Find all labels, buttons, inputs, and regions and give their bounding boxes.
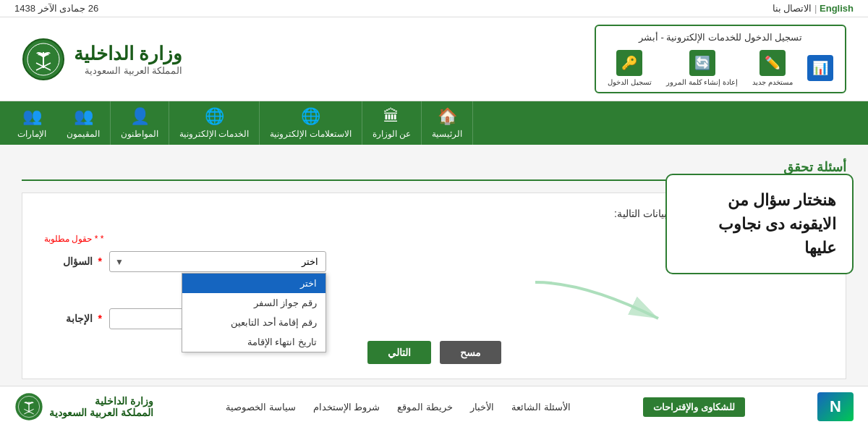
arrow-indicator: [528, 275, 673, 333]
login-title: تسجيل الدخول للخدمات الإلكترونية - أبشر: [608, 32, 833, 43]
answer-required-star: *: [98, 313, 102, 324]
nav-item-ministry[interactable]: 🏛 عن الوزارة: [362, 101, 422, 145]
dropdown-item-iqama-dependent[interactable]: رقم إقامة أحد التابعين: [182, 313, 326, 332]
logo-text: وزارة الداخلية المملكة العربية السعودية: [74, 43, 182, 76]
country-name: المملكة العربية السعودية: [74, 65, 182, 76]
footer-nav-privacy[interactable]: سياسة الخصوصية: [226, 402, 296, 413]
nav-item-services[interactable]: 🌐 الخدمات الإلكترونية: [169, 101, 260, 145]
footer-ministry: وزارة الداخلية المملكة العربية السعودية: [14, 392, 153, 421]
answer-label-text: الإجابة: [66, 313, 93, 324]
required-star: *: [101, 234, 104, 244]
ministry-name: وزارة الداخلية: [74, 43, 182, 65]
footer-complaints-text: للشكاوى والإقتراحات: [653, 402, 735, 413]
login-icon: 🔑: [616, 50, 642, 76]
footer-nav-news[interactable]: الأخبار: [470, 402, 494, 413]
ministry-emblem: [22, 38, 65, 81]
top-bar: English | الاتصال بنا 26 جمادى الآخر 143…: [0, 0, 868, 17]
dropdown-item-passport[interactable]: رقم جواز السفر: [182, 293, 326, 313]
answer-label: * الإجابة: [44, 308, 102, 324]
footer-nav: الأسئلة الشائعة الأخبار خريطة الموقع شرو…: [226, 402, 571, 413]
english-link[interactable]: English: [820, 3, 854, 14]
footer-ministry-name: وزارة الداخلية: [49, 395, 153, 407]
reset-password-icon: 🔄: [689, 50, 715, 76]
nav-label-ministry: عن الوزارة: [373, 129, 411, 139]
login-box: تسجيل الدخول للخدمات الإلكترونية - أبشر …: [595, 25, 846, 93]
login-label: تسجيل الدخول: [608, 78, 652, 86]
next-button[interactable]: التالي: [367, 341, 431, 364]
header: تسجيل الدخول للخدمات الإلكترونية - أبشر …: [0, 17, 868, 101]
question-label-text: السؤال: [63, 255, 93, 267]
new-user-label: مستخدم جديد: [752, 78, 793, 86]
ministry-icon: 🏛: [383, 107, 399, 126]
footer-logo: N: [817, 392, 854, 421]
footer-nav-sitemap[interactable]: خريطة الموقع: [397, 402, 453, 413]
new-user-item[interactable]: ✏️ مستخدم جديد: [752, 50, 793, 86]
nav-label-services: الخدمات الإلكترونية: [179, 129, 249, 139]
footer-nav-terms[interactable]: شروط الإستخدام: [313, 402, 380, 413]
question-label: * السؤال: [44, 251, 102, 267]
main-content: هنختار سؤال من الايقونه دى نجاوب عليها أ…: [0, 145, 868, 394]
top-bar-date: 26 جمادى الآخر 1438: [14, 3, 98, 14]
reset-password-label: إعادة إنشاء كلمة المرور: [666, 78, 738, 86]
footer-complaints[interactable]: للشكاوى والإقتراحات: [643, 397, 745, 417]
footer: N للشكاوى والإقتراحات الأسئلة الشائعة ال…: [0, 386, 868, 427]
nav-item-residents[interactable]: 👥 المقيمون: [56, 101, 111, 145]
home-icon: 🏠: [438, 107, 457, 126]
n-logo-icon: N: [817, 392, 854, 421]
required-text: * حقول مطلوبة: [44, 234, 98, 244]
absher-icon: 📊: [807, 55, 833, 81]
dropdown-item-default[interactable]: اختر: [182, 274, 326, 293]
services-icon: 🌐: [205, 107, 224, 126]
login-item[interactable]: 🔑 تسجيل الدخول: [608, 50, 652, 86]
tooltip-text: هنختار سؤال من الايقونه دى نجاوب عليها: [718, 191, 836, 257]
question-required-star: *: [98, 255, 102, 267]
buttons-row: مسح التالي: [44, 341, 824, 364]
footer-country-name: المملكة العربية السعودية: [49, 407, 153, 418]
tooltip-box: هنختار سؤال من الايقونه دى نجاوب عليها: [665, 174, 854, 274]
footer-emblem: [14, 392, 43, 421]
question-select[interactable]: اختر رقم جواز السفر رقم إقامة أحد التابع…: [109, 251, 326, 272]
nav-item-home[interactable]: 🏠 الرئيسية: [422, 101, 473, 145]
login-icons: 📊 ✏️ مستخدم جديد 🔄 إعادة إنشاء كلمة المر…: [608, 50, 833, 86]
dropdown-item-iqama-expiry[interactable]: تاريخ انتهاء الإقامة: [182, 332, 326, 352]
answer-row: * الإجابة: [44, 308, 824, 329]
nav-item-emirates[interactable]: 👥 الإمارات: [7, 101, 56, 145]
absher-icon-item: 📊: [807, 55, 833, 81]
new-user-icon: ✏️: [760, 50, 786, 76]
separator: |: [814, 3, 817, 14]
question-select-wrapper: اختر رقم جواز السفر رقم إقامة أحد التابع…: [109, 251, 326, 272]
reset-password-item[interactable]: 🔄 إعادة إنشاء كلمة المرور: [666, 50, 738, 86]
nav-item-citizens[interactable]: 👤 المواطنون: [111, 101, 169, 145]
footer-ministry-text: وزارة الداخلية المملكة العربية السعودية: [49, 395, 153, 418]
emirates-icon: 👥: [22, 107, 42, 126]
nav-label-emirates: الإمارات: [17, 129, 46, 139]
nav-label-residents: المقيمون: [67, 129, 100, 139]
cancel-button[interactable]: مسح: [440, 341, 501, 364]
contact-link[interactable]: الاتصال بنا: [773, 3, 812, 14]
nav-item-inquiries[interactable]: 🌐 الاستعلامات الإلكترونية: [260, 101, 362, 145]
nav-label-home: الرئيسية: [432, 129, 462, 139]
dropdown-popup[interactable]: اختر رقم جواز السفر رقم إقامة أحد التابع…: [182, 273, 326, 352]
nav-label-citizens: المواطنون: [121, 129, 158, 139]
nav-label-inquiries: الاستعلامات الإلكترونية: [270, 129, 351, 139]
footer-nav-faq[interactable]: الأسئلة الشائعة: [511, 402, 571, 413]
residents-icon: 👥: [74, 107, 93, 126]
top-bar-right: English | الاتصال بنا: [773, 3, 854, 14]
question-field: اختر رقم جواز السفر رقم إقامة أحد التابع…: [109, 251, 326, 272]
nav-bar: 🏠 الرئيسية 🏛 عن الوزارة 🌐 الاستعلامات ال…: [0, 101, 868, 145]
inquiries-icon: 🌐: [301, 107, 320, 126]
logo-area: وزارة الداخلية المملكة العربية السعودية: [22, 38, 182, 81]
citizens-icon: 👤: [130, 107, 150, 126]
